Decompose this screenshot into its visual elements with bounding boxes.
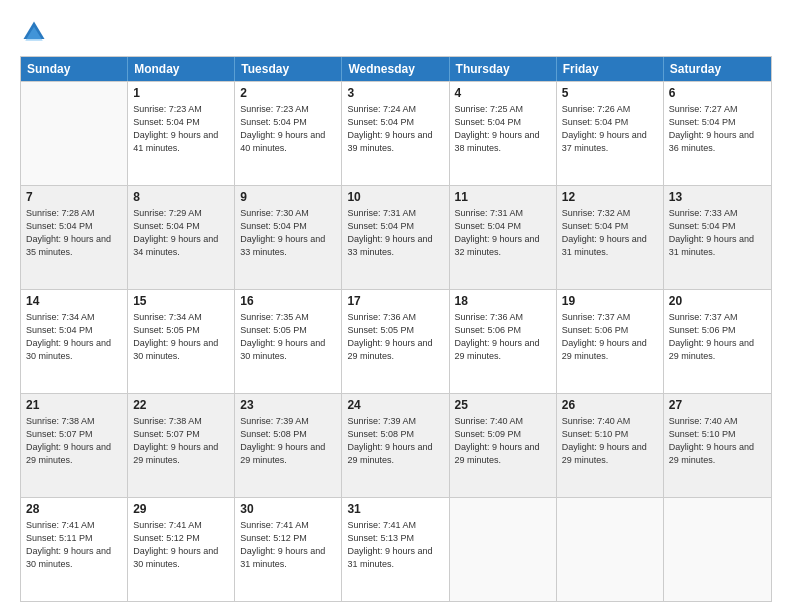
day-number: 23 — [240, 397, 336, 414]
cell-details: Sunrise: 7:25 AM Sunset: 5:04 PM Dayligh… — [455, 103, 551, 155]
calendar-cell: 10Sunrise: 7:31 AM Sunset: 5:04 PM Dayli… — [342, 186, 449, 289]
cell-details: Sunrise: 7:35 AM Sunset: 5:05 PM Dayligh… — [240, 311, 336, 363]
day-number: 5 — [562, 85, 658, 102]
calendar-cell: 25Sunrise: 7:40 AM Sunset: 5:09 PM Dayli… — [450, 394, 557, 497]
cell-details: Sunrise: 7:38 AM Sunset: 5:07 PM Dayligh… — [26, 415, 122, 467]
calendar-cell: 20Sunrise: 7:37 AM Sunset: 5:06 PM Dayli… — [664, 290, 771, 393]
cell-details: Sunrise: 7:36 AM Sunset: 5:05 PM Dayligh… — [347, 311, 443, 363]
day-number: 8 — [133, 189, 229, 206]
calendar-cell: 28Sunrise: 7:41 AM Sunset: 5:11 PM Dayli… — [21, 498, 128, 601]
cell-details: Sunrise: 7:27 AM Sunset: 5:04 PM Dayligh… — [669, 103, 766, 155]
day-number: 2 — [240, 85, 336, 102]
cell-details: Sunrise: 7:30 AM Sunset: 5:04 PM Dayligh… — [240, 207, 336, 259]
calendar-cell: 27Sunrise: 7:40 AM Sunset: 5:10 PM Dayli… — [664, 394, 771, 497]
calendar-cell: 16Sunrise: 7:35 AM Sunset: 5:05 PM Dayli… — [235, 290, 342, 393]
calendar-cell: 13Sunrise: 7:33 AM Sunset: 5:04 PM Dayli… — [664, 186, 771, 289]
day-number: 17 — [347, 293, 443, 310]
calendar-cell: 1Sunrise: 7:23 AM Sunset: 5:04 PM Daylig… — [128, 82, 235, 185]
calendar-cell — [21, 82, 128, 185]
cell-details: Sunrise: 7:23 AM Sunset: 5:04 PM Dayligh… — [133, 103, 229, 155]
calendar-cell: 7Sunrise: 7:28 AM Sunset: 5:04 PM Daylig… — [21, 186, 128, 289]
cell-details: Sunrise: 7:31 AM Sunset: 5:04 PM Dayligh… — [455, 207, 551, 259]
header-day: Wednesday — [342, 57, 449, 81]
day-number: 9 — [240, 189, 336, 206]
day-number: 31 — [347, 501, 443, 518]
cell-details: Sunrise: 7:40 AM Sunset: 5:10 PM Dayligh… — [669, 415, 766, 467]
calendar-cell: 24Sunrise: 7:39 AM Sunset: 5:08 PM Dayli… — [342, 394, 449, 497]
logo — [20, 18, 52, 46]
day-number: 18 — [455, 293, 551, 310]
calendar-cell — [664, 498, 771, 601]
calendar-cell: 22Sunrise: 7:38 AM Sunset: 5:07 PM Dayli… — [128, 394, 235, 497]
header-day: Sunday — [21, 57, 128, 81]
day-number: 13 — [669, 189, 766, 206]
header — [20, 18, 772, 46]
day-number: 19 — [562, 293, 658, 310]
calendar-cell: 9Sunrise: 7:30 AM Sunset: 5:04 PM Daylig… — [235, 186, 342, 289]
day-number: 30 — [240, 501, 336, 518]
day-number: 4 — [455, 85, 551, 102]
header-day: Saturday — [664, 57, 771, 81]
day-number: 1 — [133, 85, 229, 102]
cell-details: Sunrise: 7:32 AM Sunset: 5:04 PM Dayligh… — [562, 207, 658, 259]
cell-details: Sunrise: 7:29 AM Sunset: 5:04 PM Dayligh… — [133, 207, 229, 259]
day-number: 12 — [562, 189, 658, 206]
day-number: 25 — [455, 397, 551, 414]
cell-details: Sunrise: 7:41 AM Sunset: 5:12 PM Dayligh… — [240, 519, 336, 571]
cell-details: Sunrise: 7:24 AM Sunset: 5:04 PM Dayligh… — [347, 103, 443, 155]
day-number: 28 — [26, 501, 122, 518]
day-number: 24 — [347, 397, 443, 414]
calendar-header: SundayMondayTuesdayWednesdayThursdayFrid… — [21, 57, 771, 81]
calendar-cell — [557, 498, 664, 601]
cell-details: Sunrise: 7:41 AM Sunset: 5:12 PM Dayligh… — [133, 519, 229, 571]
day-number: 3 — [347, 85, 443, 102]
header-day: Thursday — [450, 57, 557, 81]
day-number: 26 — [562, 397, 658, 414]
calendar-cell: 15Sunrise: 7:34 AM Sunset: 5:05 PM Dayli… — [128, 290, 235, 393]
calendar-week: 14Sunrise: 7:34 AM Sunset: 5:04 PM Dayli… — [21, 289, 771, 393]
calendar-cell: 5Sunrise: 7:26 AM Sunset: 5:04 PM Daylig… — [557, 82, 664, 185]
day-number: 10 — [347, 189, 443, 206]
calendar-week: 28Sunrise: 7:41 AM Sunset: 5:11 PM Dayli… — [21, 497, 771, 601]
day-number: 6 — [669, 85, 766, 102]
cell-details: Sunrise: 7:39 AM Sunset: 5:08 PM Dayligh… — [240, 415, 336, 467]
page: SundayMondayTuesdayWednesdayThursdayFrid… — [0, 0, 792, 612]
calendar-week: 1Sunrise: 7:23 AM Sunset: 5:04 PM Daylig… — [21, 81, 771, 185]
day-number: 14 — [26, 293, 122, 310]
calendar-week: 7Sunrise: 7:28 AM Sunset: 5:04 PM Daylig… — [21, 185, 771, 289]
day-number: 20 — [669, 293, 766, 310]
day-number: 22 — [133, 397, 229, 414]
cell-details: Sunrise: 7:23 AM Sunset: 5:04 PM Dayligh… — [240, 103, 336, 155]
cell-details: Sunrise: 7:39 AM Sunset: 5:08 PM Dayligh… — [347, 415, 443, 467]
day-number: 7 — [26, 189, 122, 206]
day-number: 29 — [133, 501, 229, 518]
cell-details: Sunrise: 7:40 AM Sunset: 5:09 PM Dayligh… — [455, 415, 551, 467]
calendar-cell: 29Sunrise: 7:41 AM Sunset: 5:12 PM Dayli… — [128, 498, 235, 601]
day-number: 27 — [669, 397, 766, 414]
calendar-cell: 3Sunrise: 7:24 AM Sunset: 5:04 PM Daylig… — [342, 82, 449, 185]
calendar-cell: 17Sunrise: 7:36 AM Sunset: 5:05 PM Dayli… — [342, 290, 449, 393]
calendar-cell: 26Sunrise: 7:40 AM Sunset: 5:10 PM Dayli… — [557, 394, 664, 497]
header-day: Friday — [557, 57, 664, 81]
calendar-cell: 6Sunrise: 7:27 AM Sunset: 5:04 PM Daylig… — [664, 82, 771, 185]
calendar-cell: 23Sunrise: 7:39 AM Sunset: 5:08 PM Dayli… — [235, 394, 342, 497]
cell-details: Sunrise: 7:26 AM Sunset: 5:04 PM Dayligh… — [562, 103, 658, 155]
calendar-body: 1Sunrise: 7:23 AM Sunset: 5:04 PM Daylig… — [21, 81, 771, 601]
day-number: 11 — [455, 189, 551, 206]
cell-details: Sunrise: 7:33 AM Sunset: 5:04 PM Dayligh… — [669, 207, 766, 259]
cell-details: Sunrise: 7:31 AM Sunset: 5:04 PM Dayligh… — [347, 207, 443, 259]
cell-details: Sunrise: 7:41 AM Sunset: 5:11 PM Dayligh… — [26, 519, 122, 571]
calendar-cell: 8Sunrise: 7:29 AM Sunset: 5:04 PM Daylig… — [128, 186, 235, 289]
cell-details: Sunrise: 7:40 AM Sunset: 5:10 PM Dayligh… — [562, 415, 658, 467]
header-day: Monday — [128, 57, 235, 81]
calendar-week: 21Sunrise: 7:38 AM Sunset: 5:07 PM Dayli… — [21, 393, 771, 497]
cell-details: Sunrise: 7:38 AM Sunset: 5:07 PM Dayligh… — [133, 415, 229, 467]
calendar-cell: 11Sunrise: 7:31 AM Sunset: 5:04 PM Dayli… — [450, 186, 557, 289]
calendar-cell: 18Sunrise: 7:36 AM Sunset: 5:06 PM Dayli… — [450, 290, 557, 393]
cell-details: Sunrise: 7:41 AM Sunset: 5:13 PM Dayligh… — [347, 519, 443, 571]
cell-details: Sunrise: 7:34 AM Sunset: 5:05 PM Dayligh… — [133, 311, 229, 363]
calendar-cell: 19Sunrise: 7:37 AM Sunset: 5:06 PM Dayli… — [557, 290, 664, 393]
calendar-cell: 2Sunrise: 7:23 AM Sunset: 5:04 PM Daylig… — [235, 82, 342, 185]
calendar-cell: 12Sunrise: 7:32 AM Sunset: 5:04 PM Dayli… — [557, 186, 664, 289]
calendar-cell: 21Sunrise: 7:38 AM Sunset: 5:07 PM Dayli… — [21, 394, 128, 497]
